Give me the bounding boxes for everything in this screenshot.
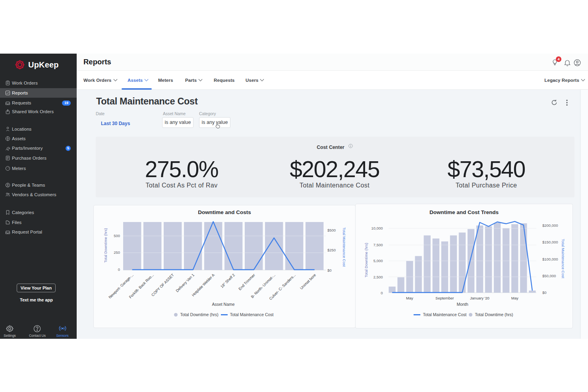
svg-text:250: 250 — [114, 250, 120, 255]
svg-text:$50,000: $50,000 — [542, 274, 556, 278]
svg-text:May: May — [511, 296, 518, 300]
svg-text:End Trimmer: End Trimmer — [238, 273, 256, 291]
svg-text:10,000: 10,000 — [371, 226, 383, 230]
svg-text:$200,000: $200,000 — [542, 223, 558, 228]
svg-text:2,500: 2,500 — [373, 275, 383, 279]
svg-text:Total Downtime (hrs): Total Downtime (hrs) — [103, 228, 108, 263]
svg-text:Total Maintenance Cost: Total Maintenance Cost — [342, 227, 346, 267]
svg-text:Total Maintenance Cost: Total Maintenance Cost — [561, 239, 565, 278]
svg-text:Total Downtime (hrs): Total Downtime (hrs) — [364, 243, 368, 277]
svg-text:0: 0 — [381, 291, 383, 295]
svg-text:Asset Name: Asset Name — [212, 302, 234, 307]
svg-text:Delivery Van 1: Delivery Van 1 — [175, 273, 195, 293]
svg-text:0: 0 — [118, 267, 120, 272]
svg-text:$0: $0 — [327, 268, 332, 272]
svg-text:May: May — [406, 296, 413, 300]
svg-text:7,500: 7,500 — [373, 243, 383, 247]
svg-text:Month: Month — [456, 302, 468, 307]
svg-text:$250: $250 — [327, 248, 336, 252]
svg-text:$500: $500 — [327, 228, 336, 232]
svg-text:$100,000: $100,000 — [542, 257, 558, 261]
svg-text:5,000: 5,000 — [373, 259, 383, 263]
svg-text:18" Shelf 2: 18" Shelf 2 — [220, 273, 236, 289]
svg-text:$150,000: $150,000 — [542, 240, 558, 244]
svg-text:COPY OF ASSET: COPY OF ASSET — [151, 273, 175, 297]
svg-text:September: September — [435, 296, 454, 300]
svg-text:$0: $0 — [542, 290, 547, 295]
svg-text:January '20: January '20 — [470, 296, 489, 300]
svg-text:Unimat bore: Unimat bore — [299, 273, 317, 290]
svg-text:500: 500 — [114, 234, 120, 238]
